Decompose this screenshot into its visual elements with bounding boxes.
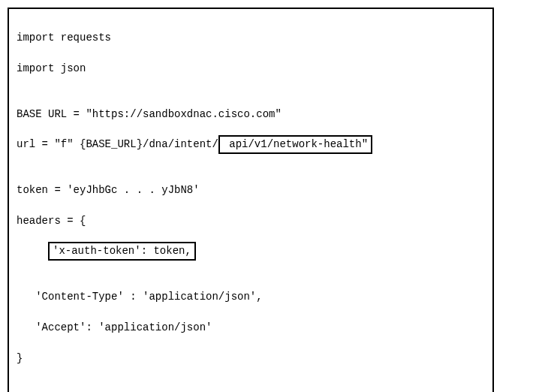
code-line: BASE URL = "https://sandboxdnac.cisco.co… [17, 107, 485, 122]
code-line: import requests [17, 30, 485, 45]
code-line: 'x-auth-token': token, [17, 243, 485, 258]
code-text: url = "f" {BASE_URL}/dna/intent/ [17, 138, 218, 150]
code-line: token = 'eyJhbGc . . . yJbN8' [17, 182, 485, 198]
code-line: } [17, 351, 485, 366]
code-line: url = "f" {BASE_URL}/dna/intent/ api/v1/… [17, 137, 485, 152]
answer-box-api-path: api/v1/network-health" [218, 135, 372, 153]
code-indent [17, 245, 48, 257]
code-line: import json [17, 61, 485, 76]
code-block: import requests import json BASE URL = "… [8, 8, 494, 392]
code-line: 'Content-Type' : 'application/json', [17, 289, 485, 304]
code-line: 'Accept': 'application/json' [17, 320, 485, 335]
code-line: headers = { [17, 213, 485, 228]
answer-box-auth-header: 'x-auth-token': token, [48, 242, 196, 260]
